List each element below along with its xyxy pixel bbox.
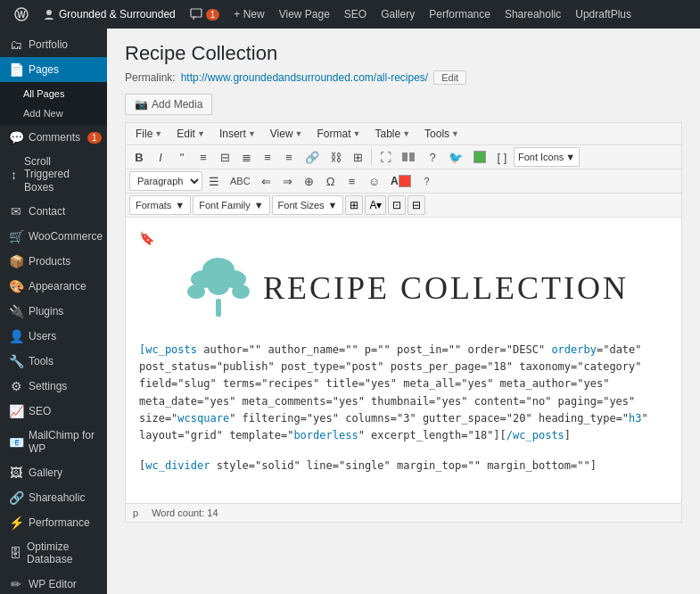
admin-bar-wp-icon[interactable]: W — [7, 0, 36, 29]
paragraph-select[interactable]: Paragraph — [129, 171, 202, 191]
font-color-icon-btn[interactable]: A▾ — [365, 195, 386, 215]
sidebar-item-seo[interactable]: 📈 SEO — [0, 399, 107, 424]
admin-bar-updraftplus[interactable]: UpdraftPlus — [568, 0, 638, 29]
ordered-list-button[interactable]: ⊟ — [215, 147, 235, 167]
question-mark-button[interactable]: ? — [417, 171, 437, 191]
twitter-button[interactable]: 🐦 — [444, 147, 467, 167]
menu-view[interactable]: View ▼ — [264, 125, 309, 143]
sidebar-sub-all-pages[interactable]: All Pages — [0, 84, 107, 103]
editor-menubar: File ▼ Edit ▼ Insert ▼ View ▼ Format ▼ — [126, 123, 681, 145]
sidebar-item-pages[interactable]: 📄 Pages — [0, 57, 107, 82]
admin-bar-shareaholic[interactable]: Shareaholic — [498, 0, 568, 29]
sidebar-item-performance[interactable]: ⚡ Performance — [0, 510, 107, 535]
admin-bar-performance[interactable]: Performance — [422, 0, 498, 29]
sidebar-item-products[interactable]: 📦 Products — [0, 249, 107, 274]
decrease-indent-button[interactable]: ⇐ — [257, 171, 276, 191]
editor-canvas[interactable]: 🔖 — [126, 218, 681, 503]
sidebar-item-shareaholic[interactable]: 🔗 Shareaholic — [0, 485, 107, 510]
sidebar-item-gallery[interactable]: 🖼 Gallery — [0, 460, 107, 485]
recipe-logo: Recipe Collection — [139, 252, 668, 324]
menu-format[interactable]: Format ▼ — [311, 125, 367, 143]
menu-edit[interactable]: Edit ▼ — [170, 125, 211, 143]
comments-icon: 💬 — [9, 130, 23, 144]
font-icons-dropdown[interactable]: Font Icons ▼ — [514, 147, 580, 167]
sidebar-item-comments[interactable]: 💬 Comments 1 — [0, 125, 107, 150]
wp-more-button[interactable] — [398, 147, 421, 167]
unlink-button[interactable]: ⛓ — [325, 147, 346, 167]
editor-container: File ▼ Edit ▼ Insert ▼ View ▼ Format ▼ — [125, 122, 682, 523]
admin-bar-site-name[interactable]: Grounded & Surrounded — [36, 0, 183, 29]
orderby-link[interactable]: orderby — [551, 343, 597, 356]
borderless-link[interactable]: borderless — [293, 429, 358, 441]
list-style-button[interactable]: ≡ — [342, 171, 362, 191]
formats-dropdown[interactable]: Formats ▼ — [129, 195, 191, 215]
scroll-icon: ↕ — [9, 168, 19, 182]
admin-bar-seo[interactable]: SEO — [337, 0, 374, 29]
unordered-list-button[interactable]: ≡ — [194, 147, 213, 167]
menu-file[interactable]: File ▼ — [129, 125, 169, 143]
sidebar-item-contact[interactable]: ✉ Contact — [0, 199, 107, 224]
indent-button[interactable]: ☰ — [204, 171, 224, 191]
align-center-button[interactable]: ≡ — [258, 147, 277, 167]
permalink-url[interactable]: http://www.groundedandsurrounded.com/all… — [181, 71, 429, 84]
admin-bar-comments[interactable]: 1 — [183, 0, 227, 29]
toolbar-row-3: Formats ▼ Font Family ▼ Font Sizes ▼ ⊞ A… — [126, 194, 681, 218]
wc-divider-link[interactable]: wc_divider — [145, 459, 210, 472]
brackets-button[interactable]: [ ] — [492, 147, 512, 167]
increase-indent-button[interactable]: ⇒ — [278, 171, 298, 191]
admin-bar-gallery[interactable]: Gallery — [374, 0, 422, 29]
sidebar-item-appearance[interactable]: 🎨 Appearance — [0, 274, 107, 299]
wc-posts-close-tag[interactable]: /wc_posts — [506, 429, 564, 441]
sidebar-item-mailchimp[interactable]: 📧 MailChimp for WP — [0, 424, 107, 460]
fullscreen-button[interactable]: ⛶ — [375, 147, 396, 167]
sidebar-item-woocommerce[interactable]: 🛒 WooCommerce — [0, 224, 107, 249]
svg-point-13 — [202, 272, 217, 283]
paste-icon-btn[interactable]: ⊟ — [408, 195, 425, 215]
align-left-button[interactable]: ≣ — [236, 147, 256, 167]
link-button[interactable]: 🔗 — [301, 147, 324, 167]
abc-button[interactable]: ABC — [226, 171, 255, 191]
sidebar-item-users[interactable]: 👤 Users — [0, 324, 107, 349]
permalink-edit-button[interactable]: Edit — [433, 70, 466, 85]
sidebar-item-scroll-triggered[interactable]: ↕ Scroll Triggered Boxes — [0, 150, 107, 199]
wcsquare-link[interactable]: wcsquare — [177, 412, 229, 425]
sidebar-item-portfolio[interactable]: 🗂 Portfolio — [0, 32, 107, 57]
table-icon-btn[interactable]: ⊞ — [345, 195, 363, 215]
h3-link[interactable]: h3 — [629, 412, 641, 425]
sidebar-item-optimize-db[interactable]: 🗄 Optimize Database — [0, 535, 107, 572]
sidebar-item-tools[interactable]: 🔧 Tools — [0, 349, 107, 374]
gallery-icon: 🖼 — [9, 466, 23, 480]
sidebar-sub-add-new[interactable]: Add New — [0, 103, 107, 123]
sidebar-item-plugins[interactable]: 🔌 Plugins — [0, 299, 107, 324]
wc-posts-open-tag[interactable]: [wc_posts — [139, 343, 197, 356]
font-color-button[interactable]: A — [386, 171, 416, 191]
permalink-row: Permalink: http://www.groundedandsurroun… — [125, 70, 682, 85]
bold-button[interactable]: B — [129, 147, 149, 167]
sidebar-item-settings[interactable]: ⚙ Settings — [0, 374, 107, 399]
font-family-dropdown[interactable]: Font Family ▼ — [193, 195, 269, 215]
admin-bar-view-page[interactable]: View Page — [272, 0, 337, 29]
admin-bar-new[interactable]: + New — [226, 0, 271, 29]
menu-insert[interactable]: Insert ▼ — [213, 125, 262, 143]
blockquote-button[interactable]: " — [172, 147, 192, 167]
emoji-button[interactable]: ☺ — [364, 171, 384, 191]
help-button[interactable]: ? — [423, 147, 442, 167]
green-color-button[interactable] — [469, 147, 490, 167]
special-char-button[interactable]: ⊕ — [300, 171, 319, 191]
add-media-button[interactable]: 📷 Add Media — [125, 94, 212, 115]
copy-icon-btn[interactable]: ⊡ — [388, 195, 406, 215]
font-sizes-dropdown[interactable]: Font Sizes ▼ — [272, 195, 344, 215]
omega-button[interactable]: Ω — [321, 171, 341, 191]
permalink-label: Permalink: — [125, 71, 176, 84]
italic-button[interactable]: I — [151, 147, 170, 167]
insert-chevron: ▼ — [248, 129, 256, 138]
table-insert-button[interactable]: ⊞ — [348, 147, 367, 167]
editor-footer-p: p — [133, 507, 138, 518]
menu-table[interactable]: Table ▼ — [368, 125, 416, 143]
menu-tools[interactable]: Tools ▼ — [418, 125, 465, 143]
users-icon: 👤 — [9, 329, 23, 343]
sidebar-item-wp-editor[interactable]: ✏ WP Editor — [0, 572, 107, 594]
align-right-button[interactable]: ≡ — [279, 147, 299, 167]
formats-chevron: ▼ — [175, 200, 185, 210]
add-media-icon: 📷 — [135, 98, 148, 111]
